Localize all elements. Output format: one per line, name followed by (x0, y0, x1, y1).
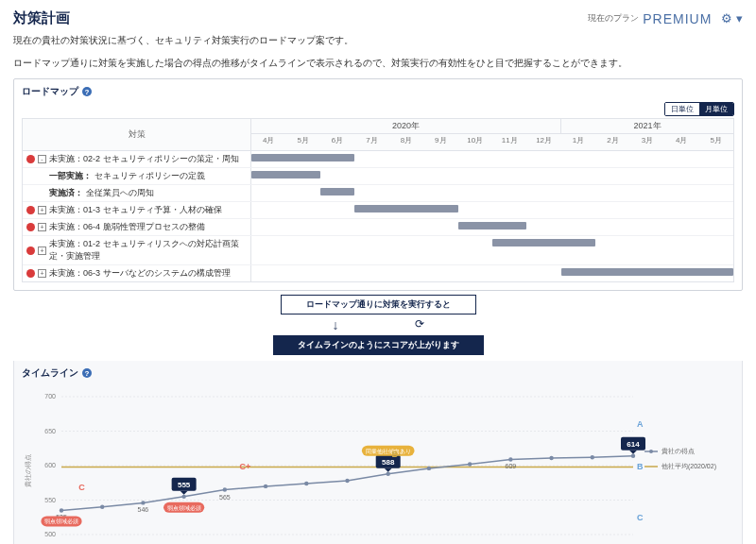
expand-icon[interactable]: + (38, 246, 46, 255)
gantt-bar[interactable] (458, 222, 527, 230)
gantt-row: +未実施：01-3 セキュリティ予算・人材の確保 (23, 202, 733, 219)
plan-label: 現在のプラン (588, 12, 639, 25)
svg-text:C+: C+ (240, 462, 251, 471)
svg-text:貴社の得点: 貴社の得点 (662, 448, 695, 455)
svg-text:B-: B- (392, 450, 402, 459)
help-icon[interactable]: ? (82, 368, 92, 378)
svg-text:C: C (78, 483, 85, 492)
gantt-row: +未実施：06-3 サーバなどのシステムの構成管理 (23, 265, 733, 281)
gantt-row: +未実施：01-2 セキュリティリスクへの対応計画策定・実施管理 (23, 236, 733, 265)
svg-point-65 (649, 450, 653, 453)
roadmap-title: ロードマップ (22, 85, 78, 98)
toggle-day[interactable]: 日単位 (665, 103, 699, 115)
gantt-row: 一部実施：セキュリティポリシーの定義 (23, 168, 733, 185)
priority-dot-icon (26, 155, 35, 163)
plan-name: PREMIUM (643, 11, 712, 26)
gantt-bar[interactable] (251, 154, 354, 162)
page-title: 対策計画 (13, 9, 588, 27)
svg-point-37 (345, 479, 349, 483)
svg-text:貴社の得点: 貴社の得点 (25, 454, 32, 487)
svg-text:B: B (637, 462, 644, 471)
callout-top: ロードマップ通りに対策を実行すると (281, 295, 476, 314)
toggle-month[interactable]: 月単位 (699, 103, 733, 115)
task-label: 未実施：02-2 セキュリティポリシーの策定・周知 (49, 153, 239, 165)
svg-text:550: 550 (44, 497, 56, 503)
svg-point-35 (264, 484, 267, 488)
timeline-chart: 500550600650700貴社の得点2020/042020/052020/0… (14, 385, 742, 544)
svg-point-36 (304, 482, 308, 485)
gantt-row: 実施済：全従業員への周知 (23, 185, 733, 202)
svg-point-30 (60, 508, 63, 512)
svg-text:同業他社傾向あり: 同業他社傾向あり (366, 449, 411, 455)
svg-point-40 (468, 462, 472, 466)
task-column-header: 対策 (23, 119, 251, 150)
svg-text:弱点領域必須: 弱点領域必須 (44, 518, 78, 524)
task-label: 未実施：01-2 セキュリティリスクへの対応計画策定・実施管理 (49, 238, 247, 263)
svg-point-41 (508, 457, 512, 461)
svg-text:C: C (637, 513, 644, 522)
refresh-icon: ⟳ (415, 317, 424, 332)
svg-text:600: 600 (44, 462, 56, 468)
arrow-down-icon: ↓ (333, 317, 339, 332)
svg-point-39 (427, 467, 431, 470)
gantt-bar[interactable] (354, 205, 457, 212)
expand-icon[interactable]: + (38, 223, 46, 231)
svg-point-34 (223, 487, 227, 491)
svg-text:565: 565 (219, 494, 231, 501)
svg-text:609: 609 (506, 463, 517, 469)
gear-icon[interactable]: ⚙ ▾ (721, 11, 743, 26)
expand-icon[interactable]: - (38, 155, 46, 163)
svg-text:700: 700 (44, 393, 56, 400)
timeline-title: タイムライン (22, 366, 78, 380)
svg-text:500: 500 (44, 531, 56, 537)
svg-text:555: 555 (178, 481, 191, 489)
timeline-panel: タイムライン ? 500550600650700貴社の得点2020/042020… (13, 361, 743, 544)
task-label: 全従業員への周知 (86, 187, 154, 199)
svg-point-38 (387, 472, 390, 476)
help-icon[interactable]: ? (82, 87, 92, 96)
callout-bottom: タイムラインのようにスコアが上がります (273, 335, 484, 355)
roadmap-panel: ロードマップ ? 日単位 月単位 対策 2020年2021年 4月5月6月7月8… (13, 78, 743, 291)
expand-icon[interactable]: + (38, 269, 46, 278)
expand-icon[interactable]: + (38, 206, 46, 214)
svg-text:弱点領域必須: 弱点領域必須 (167, 504, 201, 511)
gantt-row: +未実施：06-4 脆弱性管理プロセスの整備 (23, 219, 733, 236)
priority-dot-icon (26, 246, 35, 255)
svg-point-42 (549, 456, 553, 460)
svg-text:588: 588 (382, 458, 395, 467)
gantt-bar[interactable] (561, 268, 733, 276)
svg-text:他社平均(2020/02): 他社平均(2020/02) (662, 463, 716, 470)
description-line1: 現在の貴社の対策状況に基づく、セキュリティ対策実行のロードマップ案です。 (13, 33, 743, 48)
task-label: 未実施：01-3 セキュリティ予算・人材の確保 (49, 204, 222, 216)
svg-point-43 (591, 455, 594, 459)
svg-text:650: 650 (44, 428, 56, 434)
svg-text:546: 546 (138, 506, 149, 513)
priority-dot-icon (26, 269, 35, 278)
unit-toggle[interactable]: 日単位 月単位 (664, 102, 734, 116)
gantt-bar[interactable] (251, 171, 320, 178)
gantt-chart: 対策 2020年2021年 4月5月6月7月8月9月10月11月12月1月2月3… (22, 118, 734, 282)
gantt-bar[interactable] (492, 239, 595, 246)
svg-text:614: 614 (627, 440, 640, 449)
description-line2: ロードマップ通りに対策を実施した場合の得点の推移がタイムラインで表示されるので、… (13, 56, 743, 71)
svg-point-31 (100, 505, 104, 509)
gantt-row: -未実施：02-2 セキュリティポリシーの策定・周知 (23, 151, 733, 168)
svg-point-44 (631, 454, 635, 458)
task-label: セキュリティポリシーの定義 (94, 170, 205, 182)
svg-point-32 (141, 501, 145, 504)
svg-text:A: A (637, 419, 644, 429)
priority-dot-icon (26, 223, 35, 231)
priority-dot-icon (26, 206, 35, 214)
task-label: 未実施：06-4 脆弱性管理プロセスの整備 (49, 221, 205, 233)
svg-point-33 (181, 495, 185, 499)
task-label: 未実施：06-3 サーバなどのシステムの構成管理 (49, 267, 231, 280)
gantt-bar[interactable] (320, 188, 354, 196)
